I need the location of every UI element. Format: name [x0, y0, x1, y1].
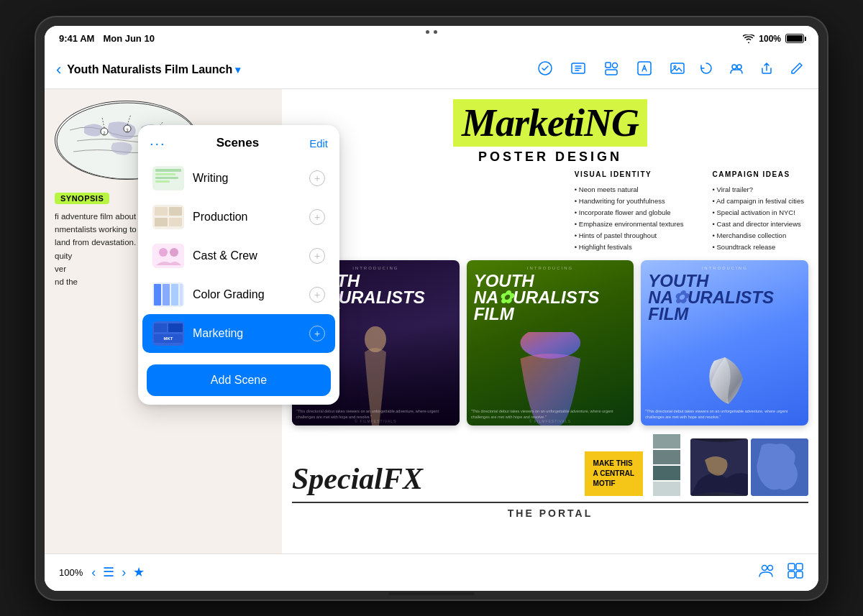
svg-rect-29 — [155, 207, 168, 216]
text-a-icon[interactable] — [634, 60, 654, 80]
text-format-icon[interactable] — [568, 60, 588, 80]
card2-introducing: INTRODUCING — [467, 266, 634, 270]
make-central-badge: MAKE THISA CENTRALMOTIF — [585, 451, 643, 496]
shapes-icon[interactable] — [601, 60, 621, 80]
svg-rect-5 — [638, 62, 651, 75]
back-button[interactable]: ‹ — [56, 60, 61, 79]
scene-add-color[interactable]: + — [309, 287, 325, 303]
scene-label-production: Production — [193, 211, 301, 224]
card3-shape — [700, 354, 750, 411]
svg-rect-30 — [169, 207, 182, 216]
history-icon[interactable] — [696, 60, 716, 80]
special-fx-text: SpecialFX — [292, 461, 575, 496]
marketing-header: MarketiNG POSTER DESIGN — [282, 89, 818, 165]
zoom-level[interactable]: 100% — [59, 567, 83, 578]
nav-next-button[interactable]: › — [122, 565, 126, 580]
scenes-dots-button[interactable]: ··· — [150, 135, 166, 152]
nav-prev-button[interactable]: ‹ — [91, 565, 96, 580]
add-scene-button[interactable]: Add Scene — [147, 364, 331, 396]
svg-text:MKT: MKT — [164, 336, 173, 341]
scene-thumb-color — [152, 282, 184, 307]
nav-star-button[interactable]: ★ — [133, 564, 145, 580]
nav-list-button[interactable]: ☰ — [103, 564, 114, 580]
image-icon[interactable] — [667, 60, 688, 80]
bottom-right — [758, 562, 804, 582]
photo-thumbnails — [690, 438, 808, 496]
edit-icon[interactable] — [787, 60, 807, 80]
ipad-frame: 9:41 AM Mon Jun 10 100% ‹ — [36, 17, 827, 599]
card3-introducing: INTRODUCING — [641, 266, 808, 270]
bottom-grid-icon[interactable] — [787, 562, 804, 582]
svg-rect-2 — [606, 63, 611, 68]
visual-identity-list: Neon meets natural Handwriting for youth… — [575, 184, 684, 254]
swatch-2 — [653, 450, 680, 464]
writing-thumb-svg — [152, 166, 184, 190]
scene-item-cast-crew[interactable]: Cast & Crew + — [142, 236, 335, 275]
svg-point-9 — [737, 65, 741, 69]
collab-icon[interactable] — [726, 60, 746, 80]
pen-icon[interactable] — [535, 60, 555, 80]
scenes-edit-button[interactable]: Edit — [309, 137, 328, 150]
svg-point-46 — [762, 566, 767, 571]
svg-rect-37 — [154, 284, 161, 305]
swatch-3 — [653, 466, 680, 480]
scene-add-production[interactable]: + — [309, 209, 325, 225]
doc-title[interactable]: Youth Naturalists Film Launch ▾ — [67, 63, 240, 76]
vi-item-4: Emphasize environmental textures — [575, 219, 684, 230]
toolbar-right — [696, 60, 807, 80]
status-left: 9:41 AM Mon Jun 10 — [59, 33, 155, 44]
battery-fill — [787, 35, 803, 42]
scene-item-production[interactable]: Production + — [142, 198, 335, 236]
scene-item-writing[interactable]: Writing + — [142, 159, 335, 198]
svg-rect-4 — [606, 70, 617, 75]
card3-quote: "This directorial debut takes viewers on… — [645, 409, 804, 420]
svg-point-8 — [732, 65, 736, 69]
scene-item-marketing[interactable]: MKT Marketing + — [142, 314, 335, 353]
sensor-dot — [434, 30, 437, 34]
the-portal-text: THE PORTAL — [292, 502, 808, 523]
scene-thumb-marketing: MKT — [152, 321, 184, 346]
nav-icons: ‹ ☰ › ★ — [91, 564, 145, 580]
ci-item-2: Ad campaign in festival cities — [713, 196, 804, 207]
vi-item-3: Incorporate flower and globule — [575, 207, 684, 219]
main-content: 2 3 4 — [45, 89, 818, 553]
photo-thumb-2 — [751, 438, 808, 496]
scene-thumb-writing — [152, 166, 184, 190]
cast-thumb-svg — [152, 244, 184, 268]
doc-title-chevron: ▾ — [235, 64, 240, 75]
ci-item-4: Cast and director interviews — [713, 219, 804, 230]
toolbar: ‹ Youth Naturalists Film Launch ▾ — [45, 52, 818, 89]
scene-add-marketing[interactable]: + — [309, 326, 325, 341]
toolbar-left: ‹ Youth Naturalists Film Launch ▾ — [56, 60, 526, 79]
svg-point-47 — [768, 566, 773, 571]
card1-footer: © FILMFESTIVALS — [292, 419, 460, 423]
card2-footer: © FILMFESTIVALS — [467, 419, 634, 423]
camera-dot — [426, 30, 429, 34]
bottom-collab-icon[interactable] — [758, 562, 775, 582]
svg-rect-31 — [155, 218, 168, 226]
battery-icon — [785, 34, 804, 43]
scenes-panel-title: Scenes — [216, 136, 260, 150]
scene-label-cast-crew: Cast & Crew — [193, 249, 301, 262]
scene-thumb-production — [152, 205, 184, 229]
scene-item-color-grading[interactable]: Color Grading + — [142, 275, 335, 314]
vi-item-2: Handwriting for youthfulness — [575, 196, 684, 207]
scene-add-writing[interactable]: + — [309, 170, 325, 186]
thumb-svg-2 — [751, 438, 808, 496]
scene-add-cast[interactable]: + — [309, 248, 325, 264]
scene-thumb-cast — [152, 244, 184, 268]
svg-point-3 — [613, 63, 618, 68]
campaign-ideas-heading: CAMPAIGN IDEAS — [713, 170, 804, 178]
svg-rect-39 — [171, 284, 178, 305]
toolbar-center — [535, 60, 688, 80]
bottom-left: 100% ‹ ☰ › ★ — [59, 564, 145, 580]
share-icon[interactable] — [757, 60, 777, 80]
thumb-svg-1 — [690, 438, 748, 496]
ci-item-5: Merchandise collection — [713, 230, 804, 242]
status-right: 100% — [743, 34, 804, 44]
card2-title: YOUTHNA✿URALISTSFILM — [474, 273, 600, 322]
synopsis-badge: SYNOPSIS — [55, 193, 109, 204]
ipad-screen: 9:41 AM Mon Jun 10 100% ‹ — [45, 26, 818, 591]
svg-rect-48 — [788, 564, 795, 570]
time-display: 9:41 AM — [59, 33, 94, 44]
